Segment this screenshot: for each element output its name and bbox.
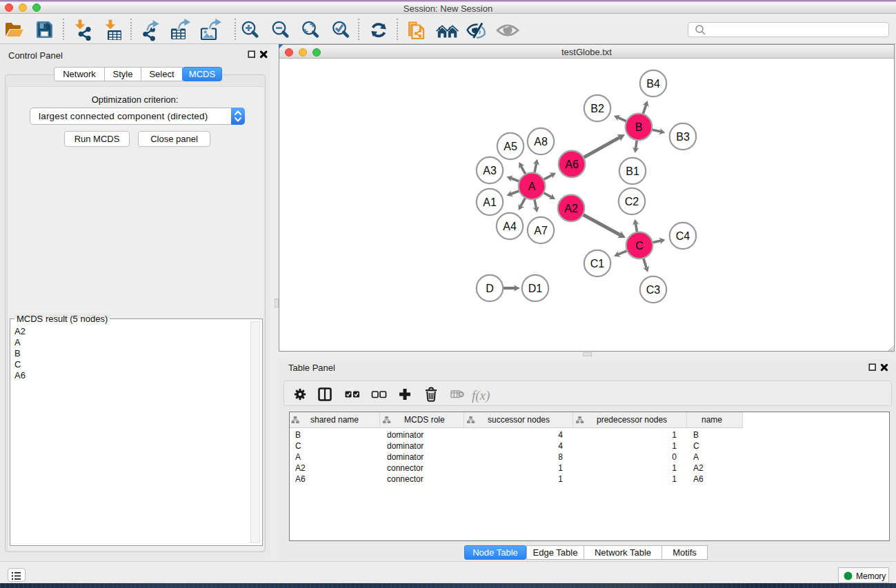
svg-text:A3: A3 [483,165,497,176]
svg-text:A5: A5 [504,141,517,152]
svg-text:A1: A1 [483,196,497,208]
svg-text:A4: A4 [503,221,517,232]
svg-text:C1: C1 [590,258,605,270]
svg-text:A8: A8 [534,136,548,148]
svg-text:A2: A2 [564,203,578,214]
svg-text:C3: C3 [646,284,661,296]
svg-text:B4: B4 [646,78,660,90]
svg-text:D1: D1 [528,283,543,294]
svg-text:C4: C4 [676,230,690,242]
svg-text:A6: A6 [565,159,579,170]
svg-text:B1: B1 [626,165,639,177]
svg-text:C: C [635,240,644,252]
svg-text:A7: A7 [534,225,548,236]
svg-text:D: D [486,283,494,294]
svg-text:C2: C2 [625,196,639,207]
svg-text:B3: B3 [676,131,690,143]
svg-text:B2: B2 [590,103,604,114]
svg-text:f(x): f(x) [472,388,490,403]
svg-text:B: B [635,121,643,133]
svg-text:A: A [528,181,536,192]
